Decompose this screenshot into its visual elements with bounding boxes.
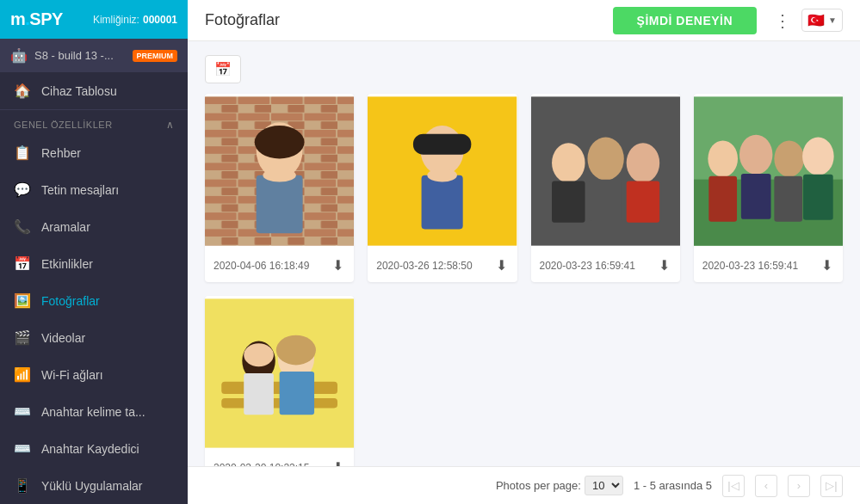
more-options-button[interactable]: ⋮ <box>770 7 795 34</box>
svg-rect-26 <box>708 176 737 222</box>
videolar-icon: 🎬 <box>14 329 31 346</box>
photo-date-1: 2020-04-06 16:18:49 <box>213 260 309 272</box>
user-id: 000001 <box>143 14 177 26</box>
flag-icon: 🇹🇷 <box>807 12 825 28</box>
fotograflar-label: Fotoğraflar <box>41 294 100 308</box>
svg-point-36 <box>276 335 316 366</box>
svg-point-22 <box>708 140 738 176</box>
svg-rect-11 <box>422 175 463 230</box>
photo-meta-3: 2020-03-23 16:59:41 ⬇ <box>531 249 680 282</box>
per-page-label: Photos per page: <box>496 479 581 492</box>
sidebar: m.SPY Kimliğiniz: 000001 🤖 S8 - build 13… <box>0 0 188 504</box>
chevron-down-icon: ▼ <box>828 15 837 25</box>
svg-rect-18 <box>589 180 622 221</box>
sidebar-item-dashboard[interactable]: 🏠 Cihaz Tablosu <box>0 72 188 110</box>
sidebar-item-videolar[interactable]: 🎬 Videolar <box>0 319 188 356</box>
etkinlikler-label: Etkinlikler <box>41 257 93 271</box>
language-selector[interactable]: 🇹🇷 ▼ <box>801 9 843 32</box>
photo-meta-2: 2020-03-26 12:58:50 ⬇ <box>368 249 517 282</box>
photo-thumbnail-4[interactable] <box>694 94 843 249</box>
svg-rect-10 <box>413 134 471 155</box>
svg-rect-28 <box>774 176 802 222</box>
rehber-icon: 📋 <box>14 144 31 161</box>
anahtar-kelime-ta-label: Anahtar kelime ta... <box>41 405 145 419</box>
download-button-3[interactable]: ⬇ <box>657 255 671 275</box>
svg-point-25 <box>802 138 834 175</box>
photo-thumbnail-3[interactable] <box>531 94 680 249</box>
premium-badge: PREMIUM <box>133 50 178 62</box>
prev-page-button[interactable]: ‹ <box>755 475 777 497</box>
next-page-button[interactable]: › <box>788 475 810 497</box>
photo-date-2: 2020-03-26 12:58:50 <box>376 260 472 272</box>
photo-card-5: 2020-03-20 10:22:15 ⬇ <box>205 296 354 466</box>
logo: m.SPY <box>10 9 63 29</box>
etkinlikler-icon: 📅 <box>14 255 31 272</box>
content-area: 📅 2020-04-06 16:18:49 ⬇ <box>188 41 860 466</box>
wifi-aglari-label: Wi-Fi ağları <box>41 368 103 382</box>
photo-thumbnail-5[interactable] <box>205 296 354 451</box>
aramalar-label: Aramalar <box>41 220 90 234</box>
svg-rect-29 <box>803 175 833 220</box>
anahtar-kelime-ta-icon: ⌨️ <box>14 403 31 420</box>
page-range: 1 - 5 arasında 5 <box>634 479 712 492</box>
anahtar-kaydedici-icon: ⌨️ <box>14 440 31 457</box>
sidebar-item-rehber[interactable]: 📋 Rehber <box>0 134 188 171</box>
download-button-4[interactable]: ⬇ <box>820 255 834 275</box>
photo-meta-1: 2020-04-06 16:18:49 ⬇ <box>205 249 354 282</box>
calendar-button[interactable]: 📅 <box>205 55 241 83</box>
sidebar-item-anahtar-kaydedici[interactable]: ⌨️ Anahtar Kaydedici <box>0 430 188 467</box>
fotograflar-icon: 🖼️ <box>14 292 31 309</box>
sidebar-dashboard-label: Cihaz Tablosu <box>41 84 117 98</box>
topbar: Fotoğraflar ŞİMDİ DENEYİN ⋮ 🇹🇷 ▼ <box>188 0 860 41</box>
photo-meta-5: 2020-03-20 10:22:15 ⬇ <box>205 451 354 466</box>
photo-date-3: 2020-03-23 16:59:41 <box>540 260 635 272</box>
home-icon: 🏠 <box>14 83 31 99</box>
svg-point-14 <box>552 143 585 182</box>
photo-thumbnail-1[interactable] <box>205 94 354 249</box>
yuklu-uygulamalar-label: Yüklü Uygulamalar <box>41 479 143 493</box>
tetin-mesajlari-icon: 💬 <box>14 181 31 198</box>
sidebar-item-yuklu-uygulamalar[interactable]: 📱 Yüklü Uygulamalar <box>0 467 188 504</box>
download-button-5[interactable]: ⬇ <box>331 458 345 466</box>
svg-point-34 <box>244 343 274 366</box>
svg-point-15 <box>587 138 623 181</box>
photo-date-5: 2020-03-20 10:22:15 <box>213 462 309 467</box>
photo-date-4: 2020-03-23 16:59:41 <box>702 260 798 272</box>
svg-point-24 <box>774 140 804 176</box>
svg-point-7 <box>263 169 296 181</box>
svg-rect-19 <box>626 181 659 223</box>
download-button-1[interactable]: ⬇ <box>331 255 345 275</box>
per-page-selector: Photos per page: 10 25 50 <box>496 476 623 495</box>
yuklu-uygulamalar-icon: 📱 <box>14 477 31 494</box>
first-page-button[interactable]: |◁ <box>722 475 745 497</box>
photo-card-4: 2020-03-23 16:59:41 ⬇ <box>694 94 843 282</box>
sidebar-item-anahtar-kelime-ta[interactable]: ⌨️ Anahtar kelime ta... <box>0 393 188 430</box>
download-button-2[interactable]: ⬇ <box>494 255 509 275</box>
sidebar-item-etkinlikler[interactable]: 📅 Etkinlikler <box>0 245 188 282</box>
rehber-label: Rehber <box>41 146 81 160</box>
sidebar-item-tetin-mesajlari[interactable]: 💬 Tetin mesajları <box>0 171 188 208</box>
wifi-aglari-icon: 📶 <box>14 366 31 383</box>
photo-thumbnail-2[interactable] <box>368 94 517 249</box>
sidebar-item-wifi-aglari[interactable]: 📶 Wi-Fi ağları <box>0 356 188 393</box>
per-page-select[interactable]: 10 25 50 <box>585 476 623 495</box>
svg-rect-38 <box>280 372 314 415</box>
sidebar-header: m.SPY Kimliğiniz: 000001 <box>0 0 188 39</box>
topbar-actions: ⋮ 🇹🇷 ▼ <box>770 7 843 34</box>
device-bar[interactable]: 🤖 S8 - build 13 -... PREMIUM <box>0 39 188 72</box>
last-page-button[interactable]: ▷| <box>820 475 843 497</box>
section-title: GENEL ÖZELLİKLER ∧ <box>0 110 188 134</box>
try-now-button[interactable]: ŞİMDİ DENEYİN <box>613 7 758 34</box>
calendar-bar: 📅 <box>205 55 843 83</box>
sidebar-item-aramalar[interactable]: 📞 Aramalar <box>0 208 188 245</box>
sidebar-item-fotograflar[interactable]: 🖼️ Fotoğraflar <box>0 282 188 319</box>
photo-grid: 2020-04-06 16:18:49 ⬇ 2020-03-26 12:58:5… <box>205 94 843 466</box>
page-title: Fotoğraflar <box>205 11 599 29</box>
svg-point-5 <box>255 126 305 159</box>
device-label: S8 - build 13 -... <box>34 49 126 62</box>
svg-point-12 <box>428 169 458 181</box>
chevron-up-icon[interactable]: ∧ <box>166 119 175 131</box>
svg-rect-17 <box>552 181 585 223</box>
svg-point-23 <box>739 135 773 175</box>
photo-card-3: 2020-03-23 16:59:41 ⬇ <box>531 94 680 282</box>
